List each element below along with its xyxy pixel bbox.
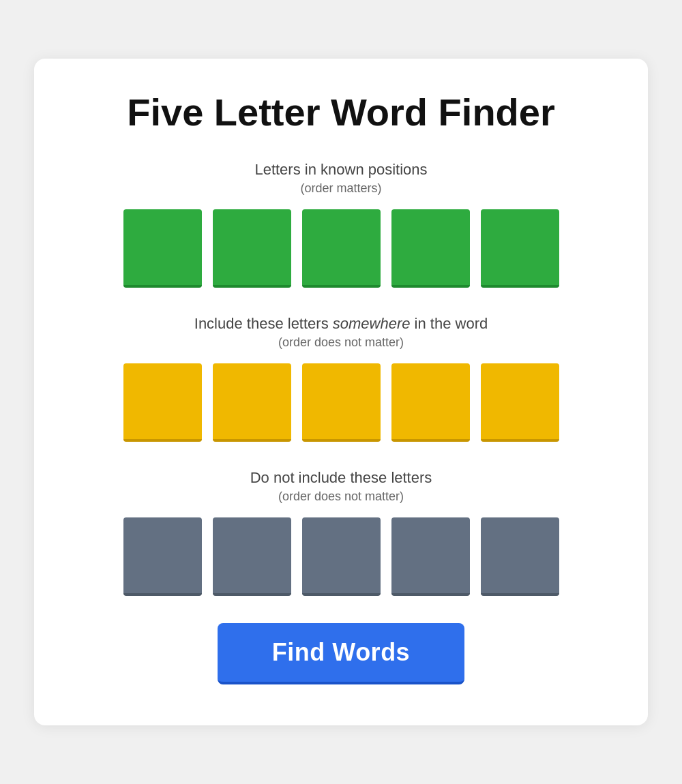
include-tile-3[interactable] [302, 363, 381, 442]
section-known-label: Letters in known positions [75, 161, 607, 179]
known-tiles-row [75, 209, 607, 288]
page-title: Five Letter Word Finder [75, 91, 607, 134]
exclude-tile-2[interactable] [213, 517, 291, 596]
exclude-tile-3[interactable] [302, 517, 381, 596]
section-exclude-letters: Do not include these letters (order does… [75, 469, 607, 596]
include-tile-1[interactable] [123, 363, 202, 442]
exclude-tile-5[interactable] [481, 517, 559, 596]
exclude-tile-4[interactable] [391, 517, 470, 596]
find-words-button[interactable]: Find Words [218, 623, 464, 684]
section-include-label: Include these letters somewhere in the w… [75, 315, 607, 333]
exclude-tiles-row [75, 517, 607, 596]
known-tile-1[interactable] [123, 209, 202, 288]
known-tile-4[interactable] [391, 209, 470, 288]
main-card: Five Letter Word Finder Letters in known… [34, 59, 648, 725]
section-exclude-label: Do not include these letters [75, 469, 607, 487]
section-exclude-sublabel: (order does not matter) [75, 489, 607, 504]
section-include-sublabel: (order does not matter) [75, 335, 607, 350]
include-tile-2[interactable] [213, 363, 291, 442]
section-known-sublabel: (order matters) [75, 181, 607, 196]
section-include-letters: Include these letters somewhere in the w… [75, 315, 607, 442]
include-tile-5[interactable] [481, 363, 559, 442]
section-known-positions: Letters in known positions (order matter… [75, 161, 607, 288]
known-tile-5[interactable] [481, 209, 559, 288]
include-tile-4[interactable] [391, 363, 470, 442]
include-tiles-row [75, 363, 607, 442]
known-tile-3[interactable] [302, 209, 381, 288]
exclude-tile-1[interactable] [123, 517, 202, 596]
known-tile-2[interactable] [213, 209, 291, 288]
